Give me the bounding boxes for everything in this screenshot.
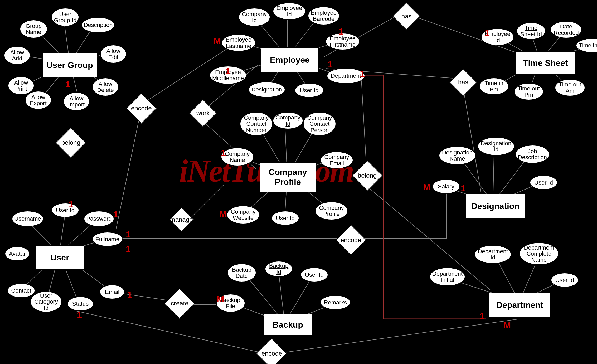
attr-dp-initial: Department Initial: [430, 268, 465, 286]
attr-ug-description: Description: [82, 17, 115, 33]
attr-d-designation-name: Designation Name: [439, 146, 476, 165]
card-cp-1: 1: [221, 148, 226, 158]
attr-dp-user-id: User Id: [551, 273, 579, 287]
entity-company-profile: Company Profile: [260, 162, 316, 192]
attr-u-avatar: Avatar: [5, 246, 30, 261]
attr-cp-contact-person: Company Contact Person: [303, 112, 336, 136]
attr-cp-company-website: Company Website: [227, 206, 260, 224]
attr-ug-allow-edit: Allow Edit: [100, 45, 127, 63]
attr-dp-department-id: Department Id: [474, 245, 511, 264]
card-ts-1: 1: [484, 28, 489, 38]
card-dep-1: 1: [480, 311, 485, 321]
attr-u-user-category-id: User Category Id: [30, 291, 62, 312]
attr-u-user-id: User Id: [51, 203, 79, 217]
card-u-1-encode3: 1: [77, 310, 82, 320]
attr-u-password: Password: [84, 211, 114, 227]
attr-ug-user-group-id: User Group Id: [51, 8, 79, 26]
attr-cp-company-id: Company Id: [273, 112, 303, 129]
attr-ts-time-sheet-id: Time Sheet Id: [517, 22, 546, 40]
entity-user: User: [36, 245, 84, 270]
attr-u-status: Status: [67, 297, 94, 311]
attr-cp-user-id: User Id: [271, 211, 299, 225]
attr-b-backup-date: Backup Date: [227, 264, 256, 282]
card-u-1-manage: 1: [113, 209, 118, 220]
attr-u-email: Email: [100, 285, 125, 299]
svg-line-67: [464, 92, 481, 192]
card-emp-1-has2: 1: [328, 59, 333, 70]
card-emp-1-belong2: 1: [360, 69, 365, 79]
attr-e-company-id: Company Id: [239, 8, 270, 26]
card-u-1-encode2a: 1: [126, 229, 131, 240]
card-dep-m: M: [503, 320, 511, 331]
card-des-1: 1: [461, 183, 466, 193]
card-u-1-encode2b: 1: [126, 244, 131, 254]
card-ug-1: 1: [65, 79, 70, 89]
attr-b-user-id: User Id: [300, 268, 328, 282]
attr-ug-allow-delete: Allow Delete: [92, 78, 119, 96]
attr-cp-company-email: Company Email: [320, 152, 353, 169]
svg-line-72: [361, 75, 366, 166]
attr-e-employee-barcode: Employee Barcode: [308, 7, 339, 25]
attr-ug-allow-export: Allow Export: [25, 91, 51, 109]
svg-line-74: [76, 311, 264, 353]
attr-dp-complete-name: Department Complete Name: [519, 242, 559, 265]
attr-e-employee-id: Employee Id: [273, 3, 306, 20]
attr-cp-company-profile: Company Profile: [315, 202, 348, 220]
attr-ug-allow-import: Allow Import: [63, 92, 90, 111]
attr-e-designation: Designation: [248, 82, 285, 98]
attr-e-lastname: Employee Lastname: [221, 34, 256, 51]
attr-ug-allow-print: Allow Print: [8, 76, 34, 95]
card-emp-1-work: 1: [225, 66, 230, 76]
entity-designation: Designation: [465, 194, 526, 219]
svg-line-75: [279, 319, 519, 353]
svg-line-23: [190, 185, 224, 219]
entity-backup: Backup: [264, 314, 312, 336]
attr-ts-time-out-pm: Time out Pm: [514, 83, 543, 100]
attr-ug-allow-add: Allow Add: [4, 46, 30, 65]
attr-d-job-description: Job Description: [515, 145, 550, 163]
attr-cp-contact-number: Company Contact Number: [240, 112, 273, 136]
attr-ts-date-recorded: Date Recorded: [550, 21, 582, 38]
card-u-1-create: 1: [127, 289, 132, 300]
attr-ts-time-in-pm: Time in Pm: [479, 78, 509, 95]
attr-d-user-id: User Id: [530, 175, 557, 190]
card-des-m: M: [423, 182, 430, 192]
card-emp-m: M: [213, 36, 221, 46]
entity-time-sheet: Time Sheet: [515, 51, 576, 75]
card-u-1-belong: 1: [69, 199, 74, 210]
entity-department: Department: [489, 293, 551, 317]
attr-ts-time-out-am: Time out Am: [555, 79, 585, 96]
attr-e-user-id: User Id: [295, 83, 324, 98]
attr-b-backup-id: Backup Id: [265, 261, 293, 277]
attr-d-designation-id: Designation Id: [478, 137, 515, 156]
entity-employee: Employee: [261, 47, 319, 72]
card-b-m: M: [217, 294, 224, 304]
svg-line-71: [116, 116, 140, 229]
attr-b-remarks: Remarks: [320, 295, 351, 310]
attr-d-salary: Salary: [432, 179, 460, 194]
er-diagram: iNetTutor.com User Group User Employee C…: [0, 0, 597, 364]
attr-u-username: Username: [12, 211, 43, 227]
attr-ug-group-name: Group Name: [20, 20, 47, 38]
attr-e-department: Department: [327, 68, 365, 84]
attr-u-contact: Contact: [7, 283, 35, 298]
entity-user-group: User Group: [42, 53, 97, 77]
card-cp-m: M: [219, 209, 227, 219]
attr-u-fullname: Fullname: [92, 232, 123, 246]
card-emp-1-has1: 1: [339, 26, 344, 37]
